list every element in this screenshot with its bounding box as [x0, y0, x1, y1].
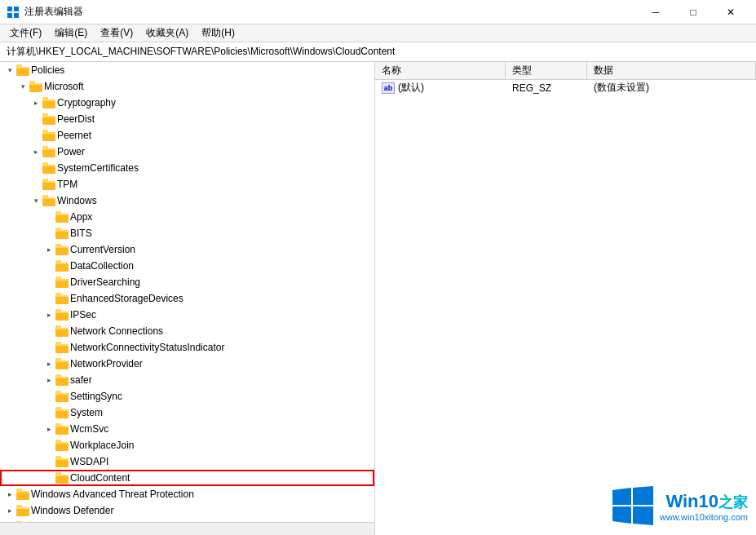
svg-rect-110 [16, 493, 29, 499]
folder-icon-enhancedstorage [55, 292, 69, 305]
maximize-button[interactable]: □ [674, 0, 712, 24]
tree-scroll[interactable]: Policies Microsoft Cryptography PeerDist… [0, 62, 374, 522]
detail-panel: 名称 类型 数据 ab(默认)REG_SZ(数值未设置) Win10之家 www… [375, 62, 756, 535]
tree-label-currentversion: CurrentVersion [70, 244, 135, 255]
svg-rect-35 [42, 179, 48, 182]
tree-label-winatp: Windows Advanced Threat Protection [31, 489, 194, 500]
detail-row[interactable]: ab(默认)REG_SZ(数值未设置) [375, 80, 756, 96]
svg-rect-2 [7, 13, 12, 18]
svg-rect-102 [55, 460, 69, 466]
svg-rect-67 [55, 309, 61, 312]
svg-rect-26 [42, 150, 55, 157]
svg-rect-34 [42, 183, 55, 189]
svg-rect-90 [55, 411, 69, 418]
tree-item-appx[interactable]: Appx [0, 209, 374, 225]
tree-item-windows[interactable]: Windows [0, 192, 374, 209]
svg-rect-22 [42, 134, 55, 140]
ab-icon: ab [382, 82, 395, 94]
tree-item-power[interactable]: Power [0, 144, 374, 160]
svg-rect-70 [55, 329, 69, 336]
menu-item-e[interactable]: 编辑(E) [48, 24, 94, 42]
tree-label-peernet: Peernet [57, 130, 91, 141]
svg-marker-122 [612, 506, 631, 524]
tree-item-cloudcontent[interactable]: CloudContent [0, 470, 374, 486]
main-area: Policies Microsoft Cryptography PeerDist… [0, 62, 756, 535]
address-bar: 计算机\HKEY_LOCAL_MACHINE\SOFTWARE\Policies… [0, 42, 756, 62]
tree-item-enhancedstorage[interactable]: EnhancedStorageDevices [0, 290, 374, 307]
svg-rect-99 [55, 440, 61, 443]
svg-rect-27 [42, 146, 48, 149]
tree-item-netconn[interactable]: Network Connections [0, 323, 374, 339]
svg-marker-121 [633, 486, 653, 505]
watermark-zhi: 之家 [718, 494, 748, 511]
tree-hscroll[interactable] [0, 522, 374, 535]
menu-item-h[interactable]: 帮助(H) [195, 24, 241, 42]
svg-rect-3 [14, 13, 19, 18]
tree-item-driversearching[interactable]: DriverSearching [0, 274, 374, 290]
folder-icon-wcmsvc [55, 422, 69, 436]
tree-item-cryptography[interactable]: Cryptography [0, 95, 374, 111]
folder-icon-driversearching [55, 276, 69, 289]
tree-item-policies[interactable]: Policies [0, 62, 374, 78]
tree-item-workplacejoin[interactable]: WorkplaceJoin [0, 437, 374, 453]
menu-item-a[interactable]: 收藏夹(A) [139, 24, 195, 42]
col-data-header: 数据 [587, 62, 756, 79]
tree-item-bits[interactable]: BITS [0, 225, 374, 241]
close-button[interactable]: ✕ [712, 0, 749, 24]
folder-icon-workplacejoin [55, 439, 69, 452]
tree-item-safer[interactable]: safer [0, 372, 374, 388]
menu-item-v[interactable]: 查看(V) [94, 24, 139, 42]
svg-rect-74 [55, 346, 69, 352]
tree-item-wsdapi[interactable]: WSDAPI [0, 453, 374, 470]
folder-icon-windefender [16, 504, 29, 517]
svg-rect-10 [29, 85, 42, 91]
tree-item-ipsec[interactable]: IPSec [0, 307, 374, 323]
tree-item-system[interactable]: System [0, 405, 374, 421]
tree-label-windows: Windows [57, 195, 97, 206]
svg-marker-123 [633, 506, 653, 525]
tree-item-netconnindicator[interactable]: NetworkConnectivityStatusIndicator [0, 339, 374, 356]
svg-rect-107 [55, 472, 61, 475]
svg-rect-63 [55, 293, 61, 296]
tree-item-windefender[interactable]: Windows Defender [0, 502, 374, 519]
folder-icon-policies [16, 64, 29, 77]
svg-rect-38 [42, 199, 55, 206]
svg-rect-51 [55, 244, 61, 247]
col-type-header: 类型 [506, 62, 587, 79]
svg-rect-7 [16, 64, 22, 68]
tree-item-wcmsvc[interactable]: WcmSvc [0, 421, 374, 437]
tree-label-netprovider: NetworkProvider [70, 358, 143, 369]
tree-label-bits: BITS [70, 228, 92, 239]
detail-body[interactable]: ab(默认)REG_SZ(数值未设置) [375, 80, 756, 535]
minimize-button[interactable]: ─ [637, 0, 674, 24]
tree-item-systemcerts[interactable]: SystemCertificates [0, 160, 374, 176]
tree-item-microsoft[interactable]: Microsoft [0, 78, 374, 95]
tree-label-cryptography: Cryptography [57, 97, 116, 108]
tree-item-peernet[interactable]: Peernet [0, 127, 374, 144]
tree-item-currentversion[interactable]: CurrentVersion [0, 241, 374, 258]
folder-icon-netconnindicator [55, 341, 69, 354]
tree-item-datacollection[interactable]: DataCollection [0, 258, 374, 274]
tree-item-winatp[interactable]: Windows Advanced Threat Protection [0, 486, 374, 502]
tree-item-settingsync[interactable]: SettingSync [0, 388, 374, 405]
svg-rect-106 [55, 476, 69, 483]
svg-rect-6 [16, 69, 29, 75]
svg-rect-58 [55, 281, 69, 287]
folder-icon-peerdist [42, 113, 55, 126]
menu-item-f[interactable]: 文件(F) [3, 24, 48, 42]
tree-label-datacollection: DataCollection [70, 260, 134, 272]
expander-windows [29, 194, 42, 207]
svg-rect-94 [55, 427, 69, 434]
svg-rect-59 [55, 276, 61, 280]
tree-label-peerdist: PeerDist [57, 113, 95, 125]
expander-policies [3, 64, 16, 77]
folder-icon-appx [55, 210, 69, 223]
tree-item-peerdist[interactable]: PeerDist [0, 111, 374, 127]
svg-rect-78 [55, 362, 69, 369]
expander-ipsec [42, 308, 55, 321]
svg-marker-120 [612, 488, 631, 505]
tree-item-tpm[interactable]: TPM [0, 176, 374, 192]
svg-rect-71 [55, 325, 61, 329]
expander-winatp [3, 488, 16, 501]
tree-item-netprovider[interactable]: NetworkProvider [0, 356, 374, 372]
